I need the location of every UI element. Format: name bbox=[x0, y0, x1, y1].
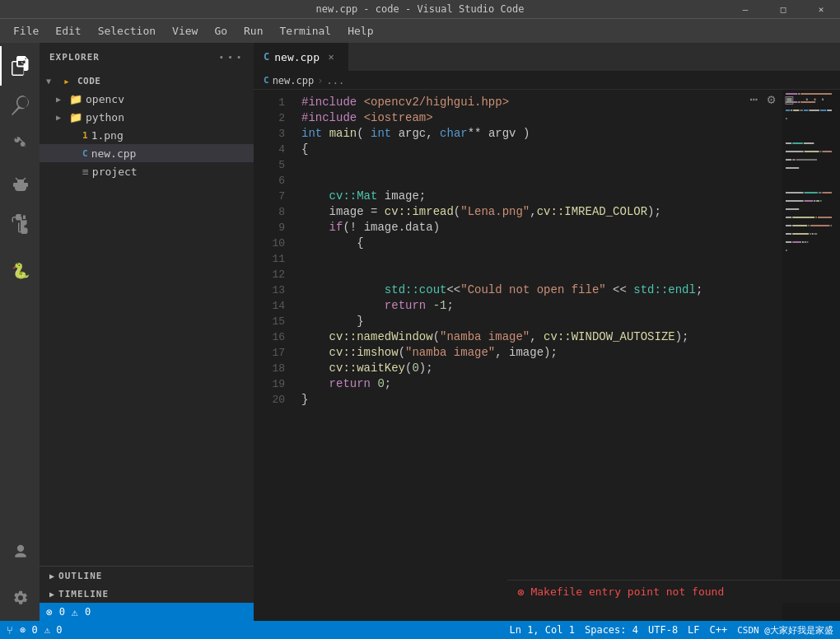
menu-view[interactable]: View bbox=[166, 21, 204, 40]
token: ( bbox=[454, 204, 460, 220]
error-count: 0 bbox=[59, 606, 65, 618]
python-activity-icon[interactable]: 🐍 bbox=[0, 250, 40, 290]
sidebar-item-python[interactable]: ▶ 📁 python bbox=[40, 108, 254, 126]
sidebar-item-project[interactable]: ▶ ≡ project bbox=[40, 162, 254, 180]
status-eol[interactable]: LF bbox=[688, 624, 699, 636]
token: } bbox=[301, 392, 308, 408]
sidebar-item-1png[interactable]: ▶ 1 1.png bbox=[40, 126, 254, 144]
token: cv::namedWindow bbox=[329, 329, 433, 345]
menu-selection[interactable]: Selection bbox=[91, 21, 162, 40]
status-encoding[interactable]: UTF-8 bbox=[648, 624, 678, 636]
line-number: 15 bbox=[260, 314, 285, 329]
error-notification: ⊗ Makefile entry point not found bbox=[507, 580, 840, 603]
status-csdn: CSDN @大家好我是家盛 bbox=[737, 624, 833, 637]
line-number: 16 bbox=[260, 329, 285, 345]
line-number: 6 bbox=[260, 173, 285, 189]
code-line: { bbox=[301, 236, 782, 251]
status-error-count: ⊗ 0 bbox=[20, 624, 38, 636]
token: << bbox=[446, 282, 460, 298]
token: std::cout bbox=[385, 282, 447, 298]
token: ( bbox=[357, 126, 371, 142]
token: ; bbox=[446, 298, 453, 314]
token: if bbox=[329, 220, 343, 236]
status-position[interactable]: Ln 1, Col 1 bbox=[509, 624, 574, 636]
token: argc, bbox=[391, 126, 440, 142]
error-notification-icon: ⊗ bbox=[517, 585, 524, 599]
account-activity-icon[interactable] bbox=[0, 532, 40, 571]
token: cv::waitKey bbox=[329, 361, 405, 376]
token: std::endl bbox=[633, 282, 696, 298]
token: ); bbox=[419, 361, 433, 376]
line-number: 12 bbox=[260, 267, 285, 282]
line-number: 2 bbox=[260, 110, 285, 126]
more-actions-button[interactable]: ⚙ bbox=[764, 90, 779, 109]
root-folder-label: CODE bbox=[77, 76, 101, 86]
menu-run[interactable]: Run bbox=[237, 21, 269, 40]
token: cv::Mat bbox=[329, 189, 378, 204]
token: #include bbox=[301, 110, 357, 126]
menu-terminal[interactable]: Terminal bbox=[273, 21, 338, 40]
folder-icon: ▸ bbox=[59, 75, 74, 87]
breadcrumb-file[interactable]: new.cpp bbox=[273, 75, 315, 86]
source-control-activity-icon[interactable] bbox=[0, 125, 40, 165]
extensions-activity-icon[interactable] bbox=[0, 204, 40, 244]
maximize-button[interactable]: □ bbox=[764, 0, 802, 18]
token: <opencv2/highgui.hpp> bbox=[364, 95, 509, 110]
token: cv::imshow bbox=[329, 345, 399, 361]
token: "namba image" bbox=[440, 329, 530, 345]
sidebar-item-opencv[interactable]: ▶ 📁 opencv bbox=[40, 90, 254, 108]
main-area: 🐍 EXPLORER ··· ▼ ▸ CODE ▶ 📁 opencv ▶ bbox=[0, 43, 840, 621]
code-line: if(! image.data) bbox=[301, 220, 782, 236]
root-folder[interactable]: ▼ ▸ CODE bbox=[40, 72, 254, 90]
line-number: 1 bbox=[260, 95, 285, 110]
timeline-section[interactable]: ▶ TIMELINE bbox=[40, 585, 254, 603]
minimize-button[interactable]: – bbox=[726, 0, 764, 18]
line-number: 18 bbox=[260, 361, 285, 376]
code-line: cv::Mat image; bbox=[301, 189, 782, 204]
token: , bbox=[530, 329, 544, 345]
timeline-label: TIMELINE bbox=[58, 589, 109, 599]
overflow-button[interactable]: ··· bbox=[800, 90, 830, 109]
token: char bbox=[440, 126, 468, 142]
title-bar-controls: – □ ✕ bbox=[726, 0, 840, 18]
token bbox=[301, 282, 385, 298]
outline-section[interactable]: ▶ OUTLINE bbox=[40, 567, 254, 585]
status-warning-count: ⚠ 0 bbox=[44, 624, 63, 636]
token: cv::IMREAD_COLOR bbox=[537, 204, 647, 220]
sidebar-menu-button[interactable]: ··· bbox=[217, 49, 244, 65]
line-number: 11 bbox=[260, 251, 285, 267]
menu-file[interactable]: File bbox=[7, 21, 45, 40]
project-label: project bbox=[92, 166, 138, 178]
token: 0 bbox=[412, 361, 418, 376]
activity-bar: 🐍 bbox=[0, 43, 40, 621]
sidebar-status: ⊗ 0 ⚠ 0 bbox=[40, 603, 254, 621]
search-activity-icon[interactable] bbox=[0, 86, 40, 125]
token: << bbox=[606, 282, 634, 298]
tab-newcpp[interactable]: C new.cpp ✕ bbox=[254, 43, 348, 71]
status-spaces[interactable]: Spaces: 4 bbox=[585, 624, 638, 636]
tab-close-button[interactable]: ✕ bbox=[324, 50, 338, 63]
status-language[interactable]: C++ bbox=[710, 624, 728, 636]
layout-button[interactable]: ▣ bbox=[782, 90, 796, 109]
timeline-chevron: ▶ bbox=[49, 590, 55, 599]
menu-edit[interactable]: Edit bbox=[49, 21, 87, 40]
breadcrumb: C new.cpp › ... bbox=[254, 72, 840, 90]
explorer-icon[interactable] bbox=[0, 46, 40, 86]
code-editor[interactable]: 1234567891011121314151617181920 #include… bbox=[254, 90, 840, 621]
menu-go[interactable]: Go bbox=[208, 21, 234, 40]
code-line: { bbox=[301, 142, 782, 157]
token: ; bbox=[385, 376, 391, 392]
token: <iostream> bbox=[364, 110, 433, 126]
line-number: 4 bbox=[260, 142, 285, 157]
code-content[interactable]: #include <opencv2/highgui.hpp>#include <… bbox=[295, 90, 782, 621]
settings-activity-icon[interactable] bbox=[0, 578, 40, 618]
project-file-icon: ≡ bbox=[82, 166, 89, 178]
sidebar-item-newcpp[interactable]: ▶ C new.cpp bbox=[40, 144, 254, 162]
breadcrumb-dots[interactable]: ... bbox=[326, 75, 344, 86]
split-editor-button[interactable]: ⋯ bbox=[746, 90, 761, 109]
token: ); bbox=[647, 204, 661, 220]
close-button[interactable]: ✕ bbox=[802, 0, 840, 18]
token: image = bbox=[301, 204, 385, 220]
debug-activity-icon[interactable] bbox=[0, 165, 40, 204]
menu-help[interactable]: Help bbox=[341, 21, 380, 40]
